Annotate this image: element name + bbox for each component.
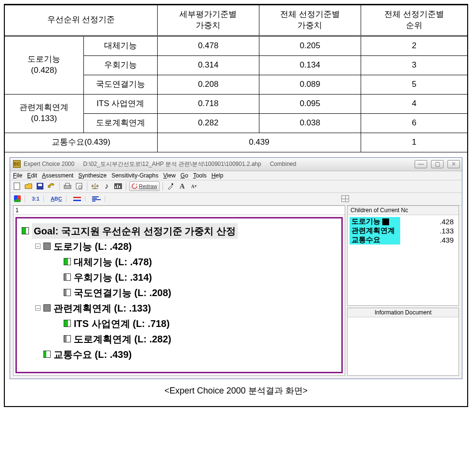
rgb-cube-icon xyxy=(14,195,21,202)
menu-go[interactable]: Go xyxy=(180,172,188,179)
mode-label: Combined xyxy=(270,161,297,167)
tree-goal[interactable]: Goal: 국고지원 우선순위 선정기준 가중치 산정 xyxy=(22,223,337,239)
node-icon xyxy=(43,351,51,358)
note-icon[interactable]: ♪ xyxy=(102,181,111,191)
node-icon xyxy=(64,258,71,265)
info-panel-title: Information Document xyxy=(348,308,459,317)
child-name: 관련계획연계 xyxy=(350,226,400,235)
close-button[interactable]: ✕ xyxy=(447,160,460,168)
balance-icon[interactable] xyxy=(90,181,100,191)
svg-rect-10 xyxy=(119,186,120,188)
menu-help[interactable]: Help xyxy=(211,172,223,179)
g1r2-sub: 우회기능 xyxy=(83,55,157,75)
minimize-button[interactable]: — xyxy=(415,160,427,168)
chart-icon[interactable] xyxy=(113,181,123,191)
svg-rect-9 xyxy=(117,185,118,188)
child-name: 도로기능 xyxy=(350,217,400,226)
child-row[interactable]: 도로기능 .428 xyxy=(350,217,457,226)
child-value: .133 xyxy=(400,227,457,235)
font-small-icon[interactable]: A▾ xyxy=(189,181,199,191)
bars-icon xyxy=(92,196,101,202)
svg-rect-0 xyxy=(14,183,20,190)
g2r1-gw: 0.095 xyxy=(259,94,361,113)
tree-node-plan[interactable]: – 관련계획연계 (L: .133) xyxy=(22,300,337,316)
node-icon xyxy=(64,320,71,327)
menubar: File Edit Assessment Synthesize Sensitiv… xyxy=(10,171,462,180)
file-path: D:\02_도시부간선도로\12_AHP 분석 관련\분석\100901\100… xyxy=(83,160,261,168)
save-icon[interactable] xyxy=(35,181,45,191)
info-panel-body[interactable] xyxy=(348,317,459,375)
svg-rect-8 xyxy=(115,186,116,188)
undo-icon[interactable] xyxy=(47,181,56,191)
tree-node-road-c[interactable]: . 국도연결기능 (L: .208) xyxy=(22,285,337,300)
cube-tab[interactable] xyxy=(12,195,25,203)
collapse-icon[interactable]: – xyxy=(35,244,40,249)
bands-icon xyxy=(73,197,81,201)
g2r1-sub: ITS 사업연계 xyxy=(83,94,157,113)
toolbar-main: ♪ Redraw A A▾ xyxy=(10,180,462,193)
bars-tab[interactable] xyxy=(90,196,105,202)
group3-label: 교통수요(0.439) xyxy=(5,133,157,152)
menu-file[interactable]: File xyxy=(13,172,22,179)
child-value: .428 xyxy=(400,218,457,226)
g1r3-w: 0.208 xyxy=(157,75,259,94)
svg-rect-4 xyxy=(66,183,69,186)
titlebar[interactable]: EC Expert Choice 2000 D:\02_도시부간선도로\12_A… xyxy=(10,158,462,171)
child-row[interactable]: 교통수요 .439 xyxy=(350,235,457,245)
g2r2-sub: 도로계획연계 xyxy=(83,113,157,133)
child-value: .439 xyxy=(400,236,457,244)
toolbar-secondary: 3:1 ABC xyxy=(10,193,462,205)
font-large-icon[interactable]: A xyxy=(177,181,187,191)
figure-caption: <Expert Choice 2000 분석결과 화면> xyxy=(10,379,462,401)
grid-icon[interactable] xyxy=(341,195,349,202)
node-icon xyxy=(64,289,71,296)
tree-node-road[interactable]: – 도로기능 (L: .428) xyxy=(22,239,337,254)
children-panel-title: Children of Current Nc xyxy=(348,206,459,215)
redraw-button[interactable]: Redraw xyxy=(129,181,160,191)
new-file-icon[interactable] xyxy=(12,181,22,191)
node-icon xyxy=(22,227,29,234)
menu-assessment[interactable]: Assessment xyxy=(42,172,73,179)
node-icon xyxy=(43,304,51,312)
g1r3-gw: 0.089 xyxy=(259,75,361,94)
menu-sensitivity[interactable]: Sensitivity-Graphs xyxy=(111,172,158,179)
tree-node-plan-b[interactable]: . 도로계획연계 (L: .282) xyxy=(22,331,337,347)
g1r3-sub: 국도연결기능 xyxy=(83,75,157,94)
open-file-icon[interactable] xyxy=(24,181,33,191)
group1-label: 도로기능 (0.428) xyxy=(5,36,83,94)
print-preview-icon[interactable] xyxy=(74,181,84,191)
menu-synthesize[interactable]: Synthesize xyxy=(78,172,107,179)
bands-tab[interactable] xyxy=(71,196,85,202)
menu-edit[interactable]: Edit xyxy=(27,172,37,179)
svg-rect-2 xyxy=(38,184,42,186)
abc-tab[interactable]: ABC xyxy=(49,195,67,202)
menu-tools[interactable]: Tools xyxy=(193,172,206,179)
child-row[interactable]: 관련계획연계 .133 xyxy=(350,226,457,235)
child-name: 교통수요 xyxy=(350,235,400,245)
svg-rect-11 xyxy=(172,183,173,185)
node-icon xyxy=(43,243,51,250)
g2r2-rank: 6 xyxy=(361,113,467,133)
tree-node-plan-a[interactable]: . ITS 사업연계 (L: .718) xyxy=(22,316,337,331)
tree-node-road-b[interactable]: . 우회기능 (L: .314) xyxy=(22,270,337,285)
children-panel: Children of Current Nc 도로기능 .428 관련계획연계 … xyxy=(347,205,459,306)
expert-choice-window: EC Expert Choice 2000 D:\02_도시부간선도로\12_A… xyxy=(10,157,462,379)
app-title: Expert Choice 2000 xyxy=(24,161,74,167)
g2r1-rank: 4 xyxy=(361,94,467,113)
g1r2-w: 0.314 xyxy=(157,55,259,75)
node-icon xyxy=(64,273,71,281)
tree-node-demand[interactable]: . 교통수요 (L: .439) xyxy=(22,347,337,362)
tree-pane-header: 1 xyxy=(13,206,345,215)
g1r3-rank: 5 xyxy=(361,75,467,94)
menu-view[interactable]: View xyxy=(163,172,176,179)
col-criteria: 우선순위 선정기준 xyxy=(5,5,157,36)
collapse-icon[interactable]: – xyxy=(35,305,40,311)
maximize-button[interactable]: ▢ xyxy=(431,160,444,168)
hierarchy-tree[interactable]: Goal: 국고지원 우선순위 선정기준 가중치 산정 – 도로기능 (L: .… xyxy=(15,217,343,373)
tree-node-road-a[interactable]: . 대체기능 (L: .478) xyxy=(22,254,337,270)
col-total-weight: 전체 선정기준별 가중치 xyxy=(259,5,361,36)
print-icon[interactable] xyxy=(63,181,72,191)
dropper-icon[interactable] xyxy=(166,181,175,191)
g1r2-rank: 3 xyxy=(361,55,467,75)
ratio-tab[interactable]: 3:1 xyxy=(30,195,44,202)
